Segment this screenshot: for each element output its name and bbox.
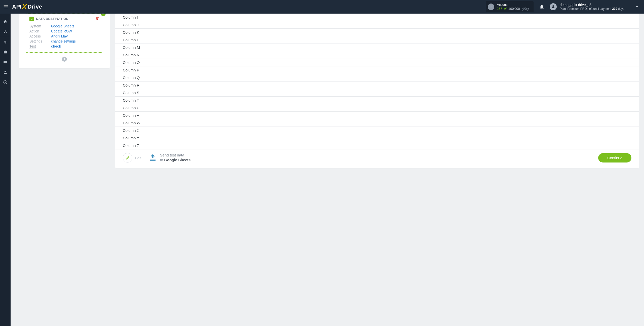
column-row[interactable]: Column J [115,21,639,29]
svg-text:i: i [491,6,492,8]
column-row[interactable]: Column X [115,127,639,134]
action-bar: Edit Send test data to Google Sheets Con… [115,149,639,164]
continue-button[interactable]: Continue [598,153,631,162]
value-action[interactable]: Update ROW [51,29,72,33]
column-row[interactable]: Column O [115,59,639,66]
destination-header: 3 DATA DESTINATION [29,16,99,21]
label-test: Test [29,44,51,48]
edit-button[interactable]: Edit [123,153,141,162]
delete-destination-button[interactable] [95,16,99,21]
column-row[interactable]: Column W [115,119,639,127]
user-menu[interactable]: demo_apix-drive_s3 Plan |Premium PRO| le… [550,3,639,11]
row-test: Test check [29,44,99,49]
card-destination-summary: + 3 DATA DESTINATION System Google Sheet… [19,14,110,68]
brand-logo[interactable]: API X Drive [12,3,42,11]
column-row[interactable]: Column Y [115,134,639,142]
user-block: demo_apix-drive_s3 Plan |Premium PRO| le… [560,3,624,11]
destination-box: + 3 DATA DESTINATION System Google Sheet… [26,14,103,53]
column-row[interactable]: Column L [115,36,639,44]
column-row[interactable]: Column P [115,66,639,74]
svg-point-4 [5,71,6,72]
brand-part3: Drive [28,4,42,10]
actions-limit: 100'000 [508,7,520,11]
hamburger-icon [3,4,9,10]
column-row[interactable]: Column Z [115,142,639,149]
add-step-below-button[interactable]: + [62,57,67,62]
svg-text:?: ? [5,81,6,84]
trash-icon [95,16,99,20]
sitemap-icon [3,30,8,34]
main: + 3 DATA DESTINATION System Google Sheet… [11,14,644,326]
actions-text: Actions: 257 of 100'000 (0%) [497,3,529,11]
nav-integrations[interactable] [0,27,11,37]
column-row[interactable]: Column T [115,97,639,104]
send-text: Send test data to Google Sheets [160,153,191,162]
brand-part2: X [22,3,27,11]
brand-part1: API [12,4,22,10]
upload-icon [148,153,157,162]
column-row[interactable]: Column Q [115,74,639,82]
actions-count: 257 [497,7,502,11]
notifications-icon[interactable] [539,4,545,10]
column-row[interactable]: Column R [115,82,639,89]
nav-video[interactable] [0,57,11,67]
actions-of: of [504,7,507,11]
value-test[interactable]: check [51,44,61,48]
value-settings[interactable]: change settings [51,39,76,43]
actions-percent: (0%) [522,7,529,11]
value-access[interactable]: Andrii Mav [51,34,68,38]
shell: $ ? + 3 DATA DESTINATION System [0,14,644,326]
column-row[interactable]: Column I [115,14,639,21]
info-icon: i [488,4,494,10]
label-settings: Settings [29,39,51,43]
user-name: demo_apix-drive_s3 [560,3,624,7]
step-number: 3 [29,17,34,21]
column-row[interactable]: Column V [115,112,639,119]
row-access: Access Andrii Mav [29,34,99,39]
edit-label: Edit [135,156,141,160]
help-icon: ? [3,80,8,85]
topbar: API X Drive i Actions: 257 of 100'000 (0… [0,0,644,14]
user-icon [3,70,8,74]
actions-label: Actions: [497,3,529,7]
chevron-down-icon[interactable] [634,4,639,9]
row-settings: Settings change settings [29,39,99,44]
send-line2: to Google Sheets [160,158,191,162]
nav-account[interactable] [0,67,11,77]
pencil-icon [125,155,130,160]
label-action: Action [29,29,51,33]
sidenav: $ ? [0,14,11,326]
row-action: Action Update ROW [29,29,99,34]
column-row[interactable]: Column N [115,51,639,59]
svg-text:$: $ [4,40,6,44]
row-system: System Google Sheets [29,24,99,29]
avatar-icon [550,3,557,10]
column-row[interactable]: Column K [115,29,639,36]
menu-toggle[interactable] [3,4,9,10]
column-row[interactable]: Column U [115,104,639,112]
destination-properties: System Google Sheets Action Update ROW A… [29,24,99,49]
label-access: Access [29,34,51,38]
nav-home[interactable] [0,17,11,27]
youtube-icon [3,60,8,64]
destination-title: DATA DESTINATION [36,17,68,21]
dollar-icon: $ [3,40,8,44]
nav-help[interactable]: ? [0,77,11,87]
label-system: System [29,24,51,28]
nav-briefcase[interactable] [0,47,11,57]
card-columns: Column IColumn JColumn KColumn LColumn M… [115,14,639,168]
value-system[interactable]: Google Sheets [51,24,74,28]
send-line1: Send test data [160,153,191,158]
briefcase-icon [3,50,8,54]
edit-icon-circle [123,153,132,162]
nav-billing[interactable]: $ [0,37,11,47]
user-plan: Plan |Premium PRO| left until payment 33… [560,7,624,11]
column-row[interactable]: Column S [115,89,639,97]
actions-box[interactable]: i Actions: 257 of 100'000 (0%) [486,1,534,12]
column-row[interactable]: Column M [115,44,639,51]
home-icon [3,19,8,24]
column-list: Column IColumn JColumn KColumn LColumn M… [115,14,639,149]
send-test-data-button[interactable]: Send test data to Google Sheets [148,153,191,162]
